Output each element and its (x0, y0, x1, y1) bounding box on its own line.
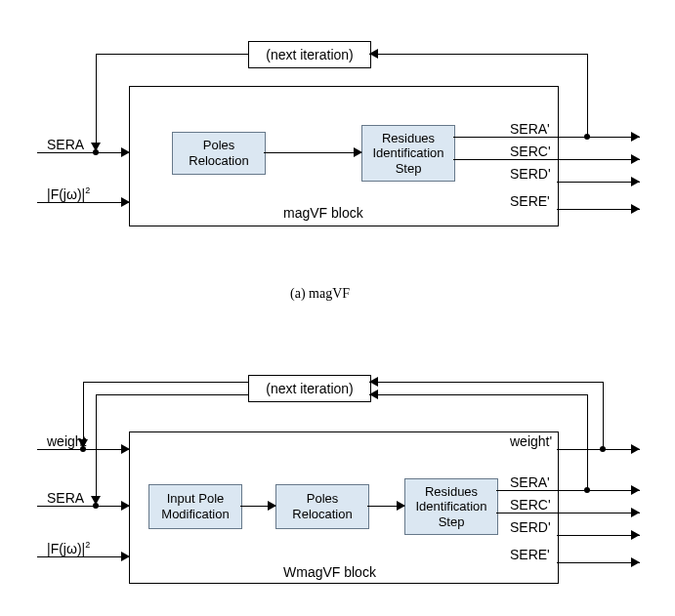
bottom-conn-2-arrow (397, 501, 405, 511)
bottom-fb-out-v1 (83, 382, 84, 441)
bottom-out-serc-label: SERC' (510, 497, 551, 513)
bottom-input-f-text: |F(jω)| (47, 541, 85, 556)
bottom-out-weight-label: weight' (510, 433, 552, 449)
top-input-f-line (37, 202, 129, 203)
top-input-sera-line (37, 152, 129, 153)
top-out-serd-label: SERD' (510, 166, 551, 182)
bottom-out-serd-arrow (631, 530, 640, 540)
bottom-fb-weight-arrow-into-box (369, 377, 378, 387)
diagram-canvas: magVF block (next iteration) Poles Reloc… (0, 0, 675, 616)
bottom-input-sera-label: SERA (47, 490, 84, 506)
wmagvf-block-label: WmagVF block (283, 564, 376, 580)
top-input-f-text: |F(jω)| (47, 186, 85, 202)
top-caption: (a) magVF (290, 286, 350, 302)
bottom-out-serd-label: SERD' (510, 519, 551, 535)
bottom-input-f-label: |F(jω)|2 (47, 540, 90, 556)
bottom-out-sera-line (496, 490, 640, 491)
top-feedback-merge-dot (93, 149, 99, 155)
top-poles-relocation-box: Poles Relocation (172, 132, 266, 175)
top-out-sera-label: SERA' (510, 121, 550, 137)
top-inner-connector-arrow (354, 147, 362, 157)
top-poles-relocation-label: Poles Relocation (189, 138, 248, 168)
bottom-fb-sera-v (587, 394, 588, 490)
bottom-poles-relocation-box: Poles Relocation (275, 484, 369, 529)
bottom-out-sera-label: SERA' (510, 474, 550, 490)
bottom-fb-merge-weight-dot (80, 446, 86, 452)
bottom-out-sera-arrow (631, 485, 640, 495)
bottom-residues-label: Residues Identification Step (416, 484, 487, 530)
top-feedback-h2 (96, 54, 248, 55)
bottom-next-iteration-label: (next iteration) (266, 381, 353, 397)
bottom-out-serd-line (557, 535, 640, 536)
bottom-out-serc-line (496, 513, 640, 513)
top-out-serc-arrow (631, 154, 640, 164)
top-feedback-arrow-into-box (369, 49, 378, 59)
top-out-serd-arrow (631, 177, 640, 186)
bottom-out-serc-arrow (631, 508, 640, 517)
bottom-input-pole-mod-label: Input Pole Modification (161, 491, 229, 521)
bottom-residues-box: Residues Identification Step (404, 478, 498, 535)
top-out-sera-line (453, 137, 640, 138)
bottom-input-f-arrow (121, 552, 130, 561)
top-feedback-h1 (369, 54, 588, 55)
top-next-iteration-label: (next iteration) (266, 47, 353, 63)
bottom-out-sere-label: SERE' (510, 547, 550, 562)
bottom-out-weight-arrow (631, 444, 640, 454)
top-residues-label: Residues Identification Step (373, 131, 444, 177)
bottom-fb-merge-sera-dot (93, 503, 99, 509)
top-out-sere-arrow (631, 204, 640, 214)
top-inner-connector (264, 152, 361, 153)
top-input-f-arrow (121, 197, 130, 207)
bottom-input-weight-arrow (121, 444, 130, 454)
top-out-serc-label: SERC' (510, 144, 551, 159)
bottom-poles-relocation-label: Poles Relocation (292, 491, 352, 521)
bottom-fb-weight-h (369, 382, 604, 383)
bottom-fb-out-h1 (83, 382, 248, 383)
top-input-f-exp: 2 (85, 185, 90, 195)
bottom-out-weight-line (557, 449, 640, 450)
top-out-sera-arrow (631, 132, 640, 142)
top-out-serd-line (557, 182, 640, 183)
bottom-fb-sera-arrow-into-box (369, 390, 378, 399)
bottom-out-sere-arrow (631, 557, 640, 567)
bottom-fb-out-v2 (96, 394, 97, 498)
bottom-out-sere-line (557, 562, 640, 563)
top-out-sere-line (557, 209, 640, 210)
top-input-sera-label: SERA (47, 137, 84, 152)
bottom-input-pole-mod-box: Input Pole Modification (148, 484, 242, 529)
top-out-sere-label: SERE' (510, 193, 550, 209)
magvf-block-label: magVF block (283, 205, 363, 221)
bottom-conn-1-arrow (268, 501, 276, 511)
top-feedback-v2 (96, 54, 97, 144)
bottom-input-f-exp: 2 (85, 540, 90, 550)
top-residues-box: Residues Identification Step (361, 125, 455, 182)
bottom-input-f-line (37, 556, 129, 557)
top-input-f-label: |F(jω)|2 (47, 185, 90, 202)
top-out-serc-line (453, 159, 640, 160)
bottom-input-sera-line (37, 506, 129, 507)
bottom-fb-out-h2 (96, 394, 248, 395)
bottom-input-sera-arrow (121, 501, 130, 511)
top-feedback-v1 (587, 54, 588, 137)
top-next-iteration-box: (next iteration) (248, 41, 371, 68)
bottom-fb-weight-v (603, 382, 604, 449)
bottom-fb-sera-h (369, 394, 588, 395)
bottom-next-iteration-box: (next iteration) (248, 375, 371, 402)
top-input-sera-arrow (121, 147, 130, 157)
